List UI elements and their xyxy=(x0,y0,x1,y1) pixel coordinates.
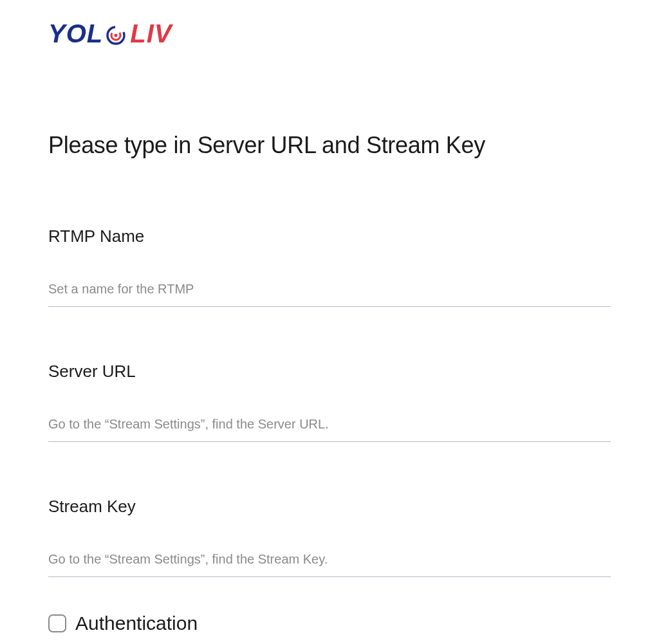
rtmp-name-input[interactable] xyxy=(48,282,611,307)
brand-logo: YOL LIV xyxy=(48,19,611,48)
server-url-label: Server URL xyxy=(48,362,611,382)
server-url-group: Server URL xyxy=(48,362,611,442)
page-title: Please type in Server URL and Stream Key xyxy=(48,132,611,159)
stream-key-label: Stream Key xyxy=(48,497,611,517)
authentication-row: Authentication xyxy=(48,612,611,634)
rtmp-name-label: RTMP Name xyxy=(48,226,611,246)
authentication-checkbox[interactable] xyxy=(48,614,66,632)
logo-text-liv: LIV xyxy=(130,19,172,48)
logo-text-yol: YOL xyxy=(48,19,103,48)
stream-key-group: Stream Key xyxy=(48,497,611,577)
form-container: YOL LIV Please type in Server URL and St… xyxy=(0,0,659,634)
target-icon xyxy=(104,23,127,46)
svg-point-2 xyxy=(115,33,118,37)
server-url-input[interactable] xyxy=(48,417,611,442)
stream-key-input[interactable] xyxy=(48,552,611,577)
authentication-label: Authentication xyxy=(75,612,198,634)
rtmp-name-group: RTMP Name xyxy=(48,226,611,307)
